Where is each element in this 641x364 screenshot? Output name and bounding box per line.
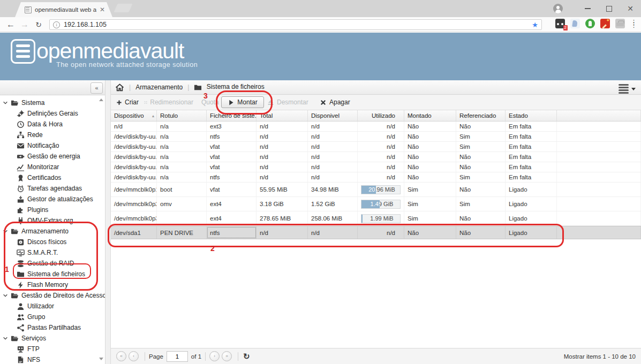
minimize-button[interactable] bbox=[577, 0, 598, 17]
sidebar-item-tarefas-agendadas[interactable]: Tarefas agendadas bbox=[0, 183, 105, 194]
gray-briefcase-extension-icon[interactable] bbox=[615, 19, 625, 28]
tree-expander-icon bbox=[3, 100, 8, 105]
table-row-dev-disk-by-uu[interactable]: /dev/disk/by-uu...n/avfatn/dn/dn/dNãoSim… bbox=[111, 142, 641, 152]
sidebar-item-gestor-de-atualiza-es[interactable]: Gestor de atualizações bbox=[0, 194, 105, 204]
new-tab-button[interactable] bbox=[114, 4, 132, 12]
sidebar-item-sistema[interactable]: Sistema bbox=[0, 97, 105, 108]
sidebar-item-grupo[interactable]: Grupo bbox=[0, 312, 105, 322]
table-row-dev-disk-by-uu[interactable]: /dev/disk/by-uu...n/antfsn/dn/dn/dNãoSim… bbox=[111, 132, 641, 142]
column-header-total[interactable]: Total bbox=[257, 110, 308, 121]
table-row-dev-mmcblk0p1[interactable]: /dev/mmcblk0p1bootvfat55.95 MiB34.98 MiB… bbox=[111, 183, 641, 197]
restore-button[interactable] bbox=[598, 0, 620, 17]
table-row-dev-sda1[interactable]: /dev/sda1PEN DRIVEntfsn/dn/dn/dNãoNãoLig… bbox=[111, 226, 641, 239]
breadcrumb: | Armazenamento | Sistema de ficheiros bbox=[111, 80, 641, 95]
address-bar[interactable]: i 192.168.1.105 ★ bbox=[49, 19, 542, 30]
sidebar-item-label: Definições Gerais bbox=[27, 110, 78, 117]
page-info-icon[interactable]: i bbox=[53, 21, 60, 28]
table-row-dev-disk-by-uu[interactable]: /dev/disk/by-uu...n/antfsn/dn/dn/dNãoSim… bbox=[111, 172, 641, 183]
cell-rotulo: n/a bbox=[157, 142, 207, 151]
sidebar-item-nfs[interactable]: NFS bbox=[0, 354, 105, 364]
sidebar-item-gest-o-de-energia[interactable]: Gestão de energia bbox=[0, 151, 105, 162]
sidebar-item-certificados[interactable]: Certificados bbox=[0, 172, 105, 183]
apagar-button[interactable]: Apagar bbox=[318, 96, 355, 108]
breadcrumb-section[interactable]: Armazenamento bbox=[135, 84, 183, 91]
prev-page-button[interactable]: ‹ bbox=[129, 351, 139, 361]
blue-wave-extension-icon[interactable] bbox=[570, 19, 580, 28]
table-row-dev-mmcblk0p3[interactable]: /dev/mmcblk0p3ext4278.65 MiB258.06 MiB1.… bbox=[111, 211, 641, 226]
first-page-button[interactable]: « bbox=[116, 351, 126, 361]
breadcrumb-page[interactable]: Sistema de ficheiros bbox=[194, 83, 264, 91]
cell-filler bbox=[557, 142, 641, 151]
sidebar-item-omv-extras-org[interactable]: OMV-Extras.org bbox=[0, 215, 105, 226]
column-header-referenciado[interactable]: Referenciado bbox=[456, 110, 506, 121]
table-row-dev-disk-by-uu[interactable]: /dev/disk/by-uu...n/avfatn/dn/dn/dNãoNão… bbox=[111, 152, 641, 162]
sidebar-item-ftp[interactable]: FTP bbox=[0, 344, 105, 354]
cell-utilizado: n/d bbox=[358, 132, 404, 141]
red-wand-extension-icon[interactable] bbox=[600, 19, 610, 28]
refresh-button[interactable]: ↻ bbox=[32, 18, 45, 31]
sidebar-item-sistema-de-ficheiros[interactable]: Sistema de ficheiros bbox=[0, 269, 105, 279]
sidebar-item-data-hora[interactable]: Data & Hora bbox=[0, 119, 105, 130]
green-circle-extension-icon[interactable] bbox=[585, 19, 595, 28]
disk-icon bbox=[17, 238, 25, 246]
panel-menu-button[interactable] bbox=[619, 83, 636, 95]
column-header-disponivel[interactable]: Disponivel bbox=[308, 110, 358, 121]
bookmark-star-icon[interactable]: ★ bbox=[532, 21, 538, 29]
tree-scroll-up-icon[interactable] bbox=[99, 98, 103, 101]
profile-icon[interactable] bbox=[553, 4, 563, 13]
tab-close-icon[interactable]: ✕ bbox=[100, 6, 105, 13]
close-button[interactable]: ✕ bbox=[620, 0, 641, 17]
criar-button[interactable]: Criar bbox=[114, 96, 141, 108]
quota-button[interactable]: Quota bbox=[197, 96, 220, 108]
home-icon[interactable] bbox=[115, 83, 124, 92]
table-row-dev-mmcblk0p2[interactable]: /dev/mmcblk0p2omvext43.18 GiB1.52 GiB1.4… bbox=[111, 197, 641, 211]
column-header-dispositivo[interactable]: Dispositivo▲ bbox=[111, 110, 157, 121]
back-button[interactable]: ← bbox=[4, 18, 17, 31]
sidebar-item-plugins[interactable]: Plugins bbox=[0, 204, 105, 215]
sidebar-item-flash-memory[interactable]: Flash Memory bbox=[0, 279, 105, 290]
montar-button[interactable]: Montar bbox=[221, 96, 264, 108]
sidebar-item-servi-os[interactable]: Serviços bbox=[0, 333, 105, 344]
url-text[interactable]: 192.168.1.105 bbox=[64, 21, 532, 28]
cell-estado: Em falta bbox=[506, 122, 557, 131]
column-header-rotulo[interactable]: Rotulo bbox=[157, 110, 207, 121]
sidebar-item-utilizador[interactable]: Utilizador bbox=[0, 301, 105, 312]
sidebar-item-notifica-o[interactable]: Notificação bbox=[0, 140, 105, 151]
browser-menu-icon[interactable]: ⋮⋮ bbox=[630, 21, 634, 26]
forward-button[interactable]: → bbox=[18, 18, 31, 31]
page-input[interactable] bbox=[167, 351, 188, 362]
sidebar-item-s-m-a-r-t[interactable]: S.M.A.R.T. bbox=[0, 247, 105, 258]
sidebar-item-gest-o-de-raid[interactable]: Gestão de RAID bbox=[0, 258, 105, 269]
sidebar-splitter[interactable] bbox=[105, 80, 111, 364]
desmontar-button[interactable]: Desmontar bbox=[265, 96, 316, 108]
mask-extension-icon[interactable]: 2 bbox=[555, 19, 565, 28]
column-header-montado[interactable]: Montado bbox=[404, 110, 456, 121]
sidebar-item-monitorizar[interactable]: Monitorizar bbox=[0, 162, 105, 172]
table-row-dev-disk-by-uu[interactable]: /dev/disk/by-uu...n/avfatn/dn/dn/dNãoNão… bbox=[111, 162, 641, 172]
last-page-button[interactable]: » bbox=[222, 351, 232, 361]
group-icon bbox=[17, 313, 25, 321]
usage-bar: 1.99 MiB1.99 MiB bbox=[361, 214, 401, 223]
table-row-n-d[interactable]: n/dn/aext3n/dn/dn/dNãoNãoEm falta bbox=[111, 122, 641, 132]
sidebar-collapse-button[interactable]: « bbox=[91, 82, 103, 94]
cell-filler bbox=[557, 211, 641, 225]
sidebar-item-armazenamento[interactable]: Armazenamento bbox=[0, 226, 105, 237]
cell-referenciado: Sim bbox=[456, 197, 506, 211]
usage-bar: 1.49 GiB1.49 GiB bbox=[361, 200, 401, 209]
page-label: Page bbox=[149, 353, 163, 360]
redimensionar-button[interactable]: Redimensionar bbox=[142, 96, 195, 108]
column-header-ficheiro-de-siste[interactable]: Ficheiro de siste... bbox=[207, 110, 257, 121]
tree-scroll-down-icon[interactable] bbox=[99, 358, 103, 360]
sidebar-item-defini-es-gerais[interactable]: Definições Gerais bbox=[0, 108, 105, 119]
usage-bar: 20.96 MiB20.96 MiB bbox=[361, 185, 401, 194]
sidebar-item-discos-f-sicos[interactable]: Discos físicos bbox=[0, 237, 105, 247]
column-header-estado[interactable]: Estado bbox=[506, 110, 557, 121]
browser-tab[interactable]: openmediavault web adm ✕ bbox=[15, 2, 112, 17]
items-info: Mostrar items 1 - 10 de 10 bbox=[564, 353, 636, 360]
sidebar-item-rede[interactable]: Rede bbox=[0, 130, 105, 140]
refresh-grid-icon[interactable]: ↻ bbox=[243, 352, 250, 361]
next-page-button[interactable]: › bbox=[209, 351, 220, 361]
column-header-utilizado[interactable]: Utilizado bbox=[358, 110, 404, 121]
sidebar-item-pastas-partilhadas[interactable]: Pastas Partilhadas bbox=[0, 322, 105, 333]
sidebar-item-gest-o-de-direitos-de-acesso[interactable]: Gestão de Direitos de Acesso bbox=[0, 290, 105, 301]
